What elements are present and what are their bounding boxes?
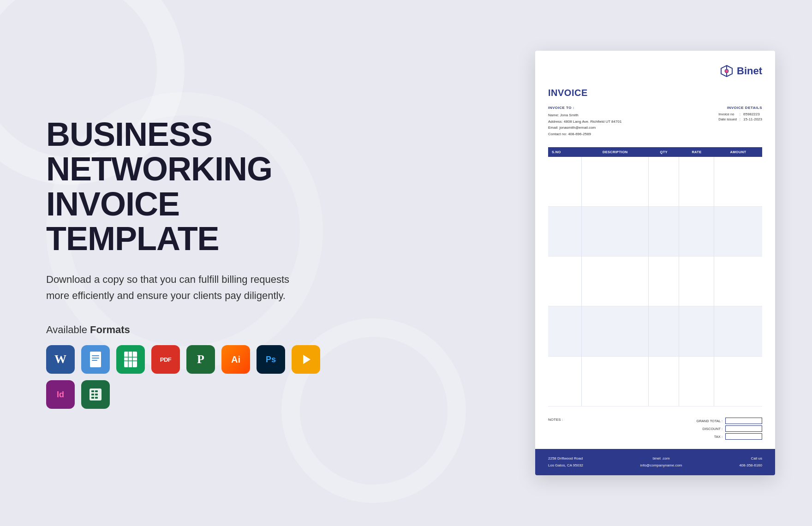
svg-rect-15 [91,397,94,399]
discount-label: DISCOUNT : [690,427,722,431]
discount-row: DISCOUNT : [690,425,762,432]
tax-box [725,433,762,440]
main-title: BusinessNetworkingInvoice Template [46,117,332,257]
svg-rect-0 [90,352,101,367]
format-icon-ppt[interactable]: P [186,345,215,374]
discount-box [725,425,762,432]
col-amount: AMOUNT [714,147,762,157]
client-name: Name: Jona Smith [548,112,621,119]
invoice-details-grid: Invoice no : 65982223 Date issued : 15-1… [718,112,762,121]
invoice-to-label: INVOICE TO : [548,106,621,110]
invoice-no-label: Invoice no [718,112,737,116]
format-icon-pdf[interactable]: PDF [151,345,180,374]
date-sep: : [740,117,740,121]
svg-rect-2 [92,358,99,359]
format-icon-sheets[interactable] [116,345,145,374]
svg-rect-1 [92,355,99,356]
notes-section: NOTES : [548,418,563,422]
svg-rect-4 [124,352,137,367]
format-icon-id[interactable]: Id [46,380,75,409]
footer-phone-line2: 408-358-6160 [739,462,762,469]
invoice-body: Binet INVOICE INVOICE TO : Name: Jona Sm… [535,51,775,449]
svg-rect-3 [92,360,97,361]
format-icon-ps[interactable]: Ps [257,345,285,374]
col-description: DESCRIPTION [582,147,649,157]
date-label: Date issued [718,117,737,121]
footer-phone-line1: Call us [739,455,762,462]
format-icon-numbers[interactable] [81,380,110,409]
client-contact: Contact no: 408-696-2589 [548,131,621,137]
svg-rect-11 [91,390,94,392]
svg-rect-12 [95,390,98,392]
main-layout: BusinessNetworkingInvoice Template Downl… [0,0,812,526]
col-qty: QTY [649,147,679,157]
invoice-to-section: INVOICE TO : Name: Jona Smith Address: 4… [548,106,621,137]
client-email: Email: jonasmith@email.com [548,125,621,131]
client-address: Address: 4808 Lang Ave. Richfield UT 847… [548,119,621,125]
logo-text: Binet [737,65,762,77]
footer-address-line1: 2258 Driftwood Road [548,455,583,462]
notes-label: NOTES : [548,418,563,422]
invoice-details-label: INVOICE DETAILS [718,106,762,110]
table-row [548,206,762,256]
invoice-logo: Binet [548,65,762,78]
description: Download a copy so that you can fulfill … [46,271,304,304]
invoice-no-sep: : [740,112,740,116]
table-row [548,257,762,306]
invoice-header-grid: INVOICE TO : Name: Jona Smith Address: 4… [548,106,762,137]
grand-total-row: GRAND TOTAL : [690,418,762,424]
date-val: 15-11-2023 [743,117,762,121]
footer-address: 2258 Driftwood Road Los Gatos, CA 95032 [548,455,583,469]
format-icon-ai[interactable]: Ai [221,345,250,374]
invoice-no-val: 65982223 [743,112,762,116]
format-icon-slides[interactable] [292,345,320,374]
col-sno: S.NO [548,147,582,157]
footer-address-line2: Los Gatos, CA 95032 [548,462,583,469]
invoice-table: S.NO DESCRIPTION QTY RATE AMOUNT [548,147,762,406]
invoice-title: INVOICE [548,88,762,98]
format-icon-word[interactable]: W [46,345,75,374]
format-icons-container: W [46,345,332,409]
svg-point-18 [725,69,728,73]
invoice-preview: Binet INVOICE INVOICE TO : Name: Jona Sm… [535,51,775,475]
grand-total-box [725,418,762,424]
tax-label: TAX : [690,435,722,439]
table-row [548,356,762,406]
formats-label: Available Formats [46,324,332,336]
svg-rect-13 [91,394,94,395]
svg-marker-9 [303,355,310,364]
invoice-footer-row: NOTES : GRAND TOTAL : DISCOUNT : TAX : [548,418,762,440]
table-row [548,306,762,356]
footer-website-line1: binet .com [640,455,682,462]
col-rate: RATE [679,147,714,157]
invoice-details-section: INVOICE DETAILS Invoice no : 65982223 Da… [718,106,762,137]
footer-phone: Call us 408-358-6160 [739,455,762,469]
grand-total-label: GRAND TOTAL : [690,419,722,423]
footer-website-line2: info@companyname.com [640,462,682,469]
footer-website: binet .com info@companyname.com [640,455,682,469]
invoice-doc-footer: 2258 Driftwood Road Los Gatos, CA 95032 … [535,449,775,475]
tax-row: TAX : [690,433,762,440]
left-panel: BusinessNetworkingInvoice Template Downl… [46,117,332,409]
svg-rect-14 [95,394,98,395]
table-row [548,157,762,206]
format-icon-docs[interactable] [81,345,110,374]
svg-rect-16 [95,397,98,399]
totals-section: GRAND TOTAL : DISCOUNT : TAX : [690,418,762,440]
